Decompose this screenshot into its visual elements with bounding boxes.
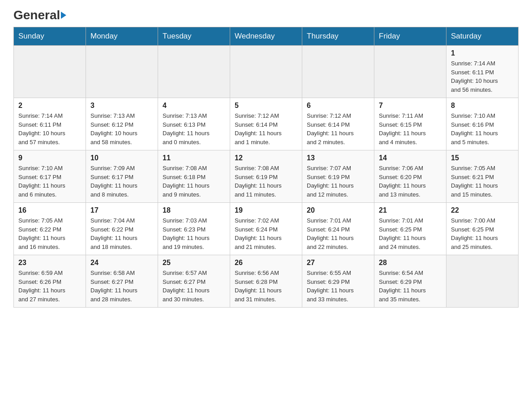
logo-general-text: General (13, 8, 66, 22)
day-info: Sunrise: 7:05 AMSunset: 6:22 PMDaylight:… (18, 216, 81, 251)
logo: General (13, 9, 66, 22)
day-number: 18 (163, 206, 225, 214)
week-row-1: 1Sunrise: 7:14 AMSunset: 6:11 PMDaylight… (14, 46, 519, 98)
day-number: 12 (235, 154, 297, 162)
weekday-header-monday: Monday (86, 27, 158, 46)
day-info: Sunrise: 6:54 AMSunset: 6:29 PMDaylight:… (379, 269, 442, 304)
day-number: 25 (163, 259, 225, 267)
day-number: 19 (235, 206, 297, 214)
day-info: Sunrise: 6:58 AMSunset: 6:27 PMDaylight:… (90, 269, 153, 304)
day-info: Sunrise: 7:08 AMSunset: 6:19 PMDaylight:… (235, 164, 297, 199)
day-number: 10 (90, 154, 153, 162)
day-number: 20 (307, 206, 369, 214)
day-number: 11 (163, 154, 225, 162)
calendar-cell (374, 46, 446, 98)
calendar-cell: 16Sunrise: 7:05 AMSunset: 6:22 PMDayligh… (14, 203, 86, 255)
calendar-cell: 15Sunrise: 7:05 AMSunset: 6:21 PMDayligh… (446, 150, 519, 203)
calendar-cell: 25Sunrise: 6:57 AMSunset: 6:27 PMDayligh… (158, 255, 230, 308)
day-number: 2 (18, 102, 81, 110)
calendar-cell: 26Sunrise: 6:56 AMSunset: 6:28 PMDayligh… (230, 255, 302, 308)
day-number: 24 (90, 259, 153, 267)
calendar-cell: 3Sunrise: 7:13 AMSunset: 6:12 PMDaylight… (86, 98, 158, 150)
day-number: 13 (307, 154, 369, 162)
calendar-cell: 23Sunrise: 6:59 AMSunset: 6:26 PMDayligh… (14, 255, 86, 308)
week-row-5: 23Sunrise: 6:59 AMSunset: 6:26 PMDayligh… (14, 255, 519, 308)
calendar-cell: 6Sunrise: 7:12 AMSunset: 6:14 PMDaylight… (302, 98, 374, 150)
day-info: Sunrise: 7:05 AMSunset: 6:21 PMDaylight:… (451, 164, 514, 199)
day-number: 7 (379, 102, 442, 110)
calendar-cell: 14Sunrise: 7:06 AMSunset: 6:20 PMDayligh… (374, 150, 446, 203)
weekday-header-saturday: Saturday (446, 27, 519, 46)
week-row-3: 9Sunrise: 7:10 AMSunset: 6:17 PMDaylight… (14, 150, 519, 203)
day-info: Sunrise: 7:12 AMSunset: 6:14 PMDaylight:… (307, 111, 369, 146)
calendar-cell: 21Sunrise: 7:01 AMSunset: 6:25 PMDayligh… (374, 203, 446, 255)
logo-general-line: General (13, 9, 66, 21)
day-number: 3 (90, 102, 153, 110)
day-number: 26 (235, 259, 297, 267)
day-info: Sunrise: 7:11 AMSunset: 6:15 PMDaylight:… (379, 111, 442, 146)
day-info: Sunrise: 7:14 AMSunset: 6:11 PMDaylight:… (18, 111, 81, 146)
day-info: Sunrise: 6:59 AMSunset: 6:26 PMDaylight:… (18, 269, 81, 304)
calendar-cell: 10Sunrise: 7:09 AMSunset: 6:17 PMDayligh… (86, 150, 158, 203)
calendar-cell (446, 255, 519, 308)
day-info: Sunrise: 7:04 AMSunset: 6:22 PMDaylight:… (90, 216, 153, 251)
day-info: Sunrise: 6:55 AMSunset: 6:29 PMDaylight:… (307, 269, 369, 304)
calendar-cell: 8Sunrise: 7:10 AMSunset: 6:16 PMDaylight… (446, 98, 519, 150)
day-number: 15 (451, 154, 514, 162)
day-number: 28 (379, 259, 442, 267)
day-info: Sunrise: 7:00 AMSunset: 6:25 PMDaylight:… (451, 216, 514, 251)
calendar-cell: 19Sunrise: 7:02 AMSunset: 6:24 PMDayligh… (230, 203, 302, 255)
calendar-cell: 24Sunrise: 6:58 AMSunset: 6:27 PMDayligh… (86, 255, 158, 308)
day-number: 1 (451, 49, 514, 57)
day-info: Sunrise: 7:01 AMSunset: 6:24 PMDaylight:… (307, 216, 369, 251)
day-info: Sunrise: 7:14 AMSunset: 6:11 PMDaylight:… (451, 59, 514, 94)
day-number: 8 (451, 102, 514, 110)
calendar-cell: 11Sunrise: 7:08 AMSunset: 6:18 PMDayligh… (158, 150, 230, 203)
day-info: Sunrise: 7:07 AMSunset: 6:19 PMDaylight:… (307, 164, 369, 199)
weekday-header-friday: Friday (374, 27, 446, 46)
week-row-4: 16Sunrise: 7:05 AMSunset: 6:22 PMDayligh… (14, 203, 519, 255)
day-info: Sunrise: 7:13 AMSunset: 6:13 PMDaylight:… (163, 111, 225, 146)
day-info: Sunrise: 7:10 AMSunset: 6:16 PMDaylight:… (451, 111, 514, 146)
weekday-header-row: SundayMondayTuesdayWednesdayThursdayFrid… (14, 27, 519, 46)
day-info: Sunrise: 7:06 AMSunset: 6:20 PMDaylight:… (379, 164, 442, 199)
calendar-cell (230, 46, 302, 98)
calendar-cell: 7Sunrise: 7:11 AMSunset: 6:15 PMDaylight… (374, 98, 446, 150)
day-info: Sunrise: 6:57 AMSunset: 6:27 PMDaylight:… (163, 269, 225, 304)
calendar-cell (158, 46, 230, 98)
day-info: Sunrise: 7:03 AMSunset: 6:23 PMDaylight:… (163, 216, 225, 251)
calendar-cell: 1Sunrise: 7:14 AMSunset: 6:11 PMDaylight… (446, 46, 519, 98)
day-number: 9 (18, 154, 81, 162)
day-info: Sunrise: 7:02 AMSunset: 6:24 PMDaylight:… (235, 216, 297, 251)
day-info: Sunrise: 6:56 AMSunset: 6:28 PMDaylight:… (235, 269, 297, 304)
calendar-cell: 4Sunrise: 7:13 AMSunset: 6:13 PMDaylight… (158, 98, 230, 150)
calendar-cell: 22Sunrise: 7:00 AMSunset: 6:25 PMDayligh… (446, 203, 519, 255)
calendar-cell: 12Sunrise: 7:08 AMSunset: 6:19 PMDayligh… (230, 150, 302, 203)
logo-arrow-shape (61, 12, 66, 19)
calendar-cell: 27Sunrise: 6:55 AMSunset: 6:29 PMDayligh… (302, 255, 374, 308)
calendar-cell: 5Sunrise: 7:12 AMSunset: 6:14 PMDaylight… (230, 98, 302, 150)
calendar-cell: 13Sunrise: 7:07 AMSunset: 6:19 PMDayligh… (302, 150, 374, 203)
calendar-cell: 9Sunrise: 7:10 AMSunset: 6:17 PMDaylight… (14, 150, 86, 203)
day-number: 6 (307, 102, 369, 110)
calendar-cell: 18Sunrise: 7:03 AMSunset: 6:23 PMDayligh… (158, 203, 230, 255)
calendar-cell: 17Sunrise: 7:04 AMSunset: 6:22 PMDayligh… (86, 203, 158, 255)
page-header: General (13, 9, 519, 22)
day-info: Sunrise: 7:13 AMSunset: 6:12 PMDaylight:… (90, 111, 153, 146)
day-info: Sunrise: 7:09 AMSunset: 6:17 PMDaylight:… (90, 164, 153, 199)
weekday-header-tuesday: Tuesday (158, 27, 230, 46)
day-number: 27 (307, 259, 369, 267)
day-info: Sunrise: 7:12 AMSunset: 6:14 PMDaylight:… (235, 111, 297, 146)
day-number: 21 (379, 206, 442, 214)
day-number: 5 (235, 102, 297, 110)
calendar-cell: 28Sunrise: 6:54 AMSunset: 6:29 PMDayligh… (374, 255, 446, 308)
calendar-cell (14, 46, 86, 98)
day-number: 17 (90, 206, 153, 214)
calendar-cell: 20Sunrise: 7:01 AMSunset: 6:24 PMDayligh… (302, 203, 374, 255)
calendar-table: SundayMondayTuesdayWednesdayThursdayFrid… (13, 27, 519, 308)
day-number: 16 (18, 206, 81, 214)
weekday-header-wednesday: Wednesday (230, 27, 302, 46)
weekday-header-thursday: Thursday (302, 27, 374, 46)
day-number: 4 (163, 102, 225, 110)
day-number: 23 (18, 259, 81, 267)
